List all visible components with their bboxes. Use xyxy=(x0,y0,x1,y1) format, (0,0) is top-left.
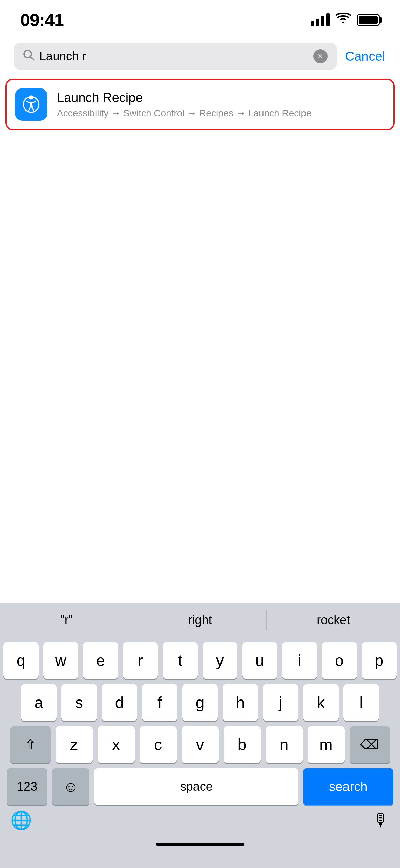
wifi-icon xyxy=(336,13,351,27)
home-indicator xyxy=(0,834,400,854)
key-f[interactable]: f xyxy=(142,684,177,721)
key-x[interactable]: x xyxy=(98,726,135,763)
key-c[interactable]: c xyxy=(140,726,177,763)
key-b[interactable]: b xyxy=(224,726,261,763)
bottom-row: 123 ☺ space search xyxy=(3,768,397,805)
key-p[interactable]: p xyxy=(362,642,397,679)
key-m[interactable]: m xyxy=(308,726,345,763)
key-i[interactable]: i xyxy=(282,642,317,679)
predictive-bar: "r" right rocket xyxy=(0,603,400,637)
search-magnifier-icon xyxy=(23,49,35,64)
status-icons xyxy=(311,13,380,27)
predictive-item-2[interactable]: rocket xyxy=(267,603,400,637)
key-t[interactable]: t xyxy=(163,642,198,679)
svg-line-1 xyxy=(30,57,34,60)
globe-icon[interactable]: 🌐 xyxy=(10,810,32,831)
shift-key[interactable]: ⇧ xyxy=(10,726,51,763)
search-container: Launch r × Cancel xyxy=(0,37,400,75)
key-u[interactable]: u xyxy=(242,642,277,679)
key-o[interactable]: o xyxy=(322,642,357,679)
key-row-1: q w e r t y u i o p xyxy=(3,642,397,679)
key-s[interactable]: s xyxy=(61,684,97,721)
keyboard: "r" right rocket q w e r t y u i o p a s… xyxy=(0,603,400,868)
accessibility-icon xyxy=(15,88,47,121)
numbers-key[interactable]: 123 xyxy=(7,768,47,805)
search-input[interactable]: Launch r xyxy=(39,49,309,63)
search-key[interactable]: search xyxy=(303,768,393,805)
key-l[interactable]: l xyxy=(343,684,379,721)
status-bar: 09:41 xyxy=(0,0,400,34)
cancel-button[interactable]: Cancel xyxy=(344,49,386,64)
key-row-3: ⇧ z x c v b n m ⌫ xyxy=(3,726,397,763)
key-v[interactable]: v xyxy=(182,726,219,763)
clear-button[interactable]: × xyxy=(313,49,328,63)
status-time: 09:41 xyxy=(20,10,64,30)
key-d[interactable]: d xyxy=(102,684,137,721)
key-row-2: a s d f g h j k l xyxy=(3,684,397,721)
result-item[interactable]: Launch Recipe Accessibility → Switch Con… xyxy=(5,79,395,130)
main-content xyxy=(0,134,400,439)
key-y[interactable]: y xyxy=(203,642,238,679)
globe-mic-row: 🌐 🎙 xyxy=(0,810,400,831)
key-g[interactable]: g xyxy=(182,684,218,721)
search-bar[interactable]: Launch r × xyxy=(14,43,337,70)
home-bar xyxy=(156,843,244,846)
result-breadcrumb: Accessibility → Switch Control → Recipes… xyxy=(57,108,385,119)
mic-icon[interactable]: 🎙 xyxy=(372,810,390,831)
result-title: Launch Recipe xyxy=(57,91,385,105)
space-key[interactable]: space xyxy=(94,768,298,805)
signal-icon xyxy=(311,14,330,26)
svg-point-2 xyxy=(29,95,33,99)
delete-key[interactable]: ⌫ xyxy=(350,726,390,763)
battery-icon xyxy=(357,14,380,26)
key-a[interactable]: a xyxy=(21,684,57,721)
key-e[interactable]: e xyxy=(83,642,118,679)
emoji-key[interactable]: ☺ xyxy=(52,768,89,805)
predictive-item-1[interactable]: right xyxy=(133,603,267,637)
key-k[interactable]: k xyxy=(303,684,339,721)
result-text: Launch Recipe Accessibility → Switch Con… xyxy=(57,91,385,119)
key-w[interactable]: w xyxy=(43,642,79,679)
key-q[interactable]: q xyxy=(3,642,39,679)
results-container: Launch Recipe Accessibility → Switch Con… xyxy=(0,75,400,134)
key-r[interactable]: r xyxy=(123,642,158,679)
key-h[interactable]: h xyxy=(223,684,258,721)
key-j[interactable]: j xyxy=(263,684,298,721)
key-n[interactable]: n xyxy=(266,726,303,763)
key-rows: q w e r t y u i o p a s d f g h j k l ⇧ … xyxy=(0,637,400,805)
predictive-item-0[interactable]: "r" xyxy=(0,603,133,637)
key-z[interactable]: z xyxy=(56,726,93,763)
